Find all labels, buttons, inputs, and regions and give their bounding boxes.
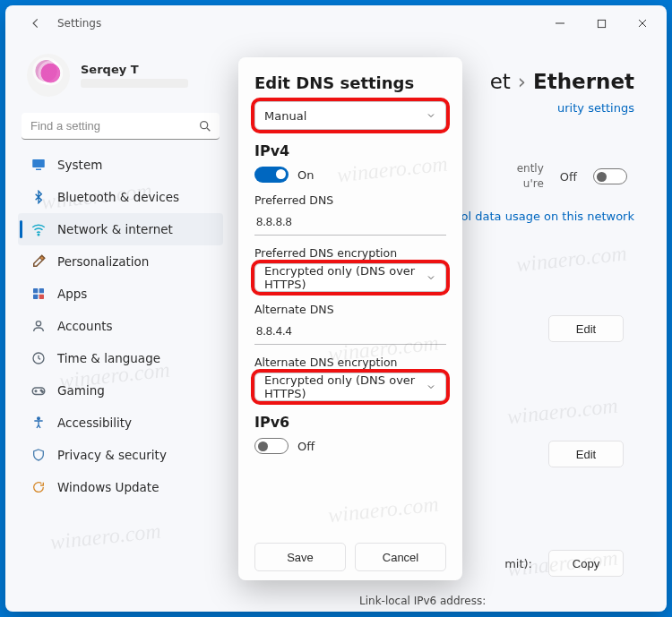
copy-button[interactable]: Copy [548,550,624,577]
ipv4-state: On [297,168,314,182]
maximize-button[interactable] [581,10,622,37]
svg-point-1 [201,122,208,129]
ipv6-state: Off [297,440,314,453]
breadcrumb-prev[interactable]: et [490,70,511,93]
sidebar-item-network[interactable]: Network & internet [18,213,223,245]
sidebar-item-label: Gaming [57,383,105,398]
maximize-icon [597,19,607,29]
nav: System Bluetooth & devices Network & int… [18,149,223,503]
sidebar-item-time-language[interactable]: Time & language [18,342,223,374]
cancel-button[interactable]: Cancel [355,543,446,571]
system-icon [30,157,47,173]
sidebar-item-label: Apps [57,287,87,301]
svg-rect-7 [33,295,38,299]
data-usage-link[interactable]: trol data usage on this network [452,210,634,223]
person-icon [30,318,47,334]
svg-rect-3 [36,169,41,171]
ipv4-toggle[interactable] [254,167,289,183]
sidebar-item-label: Time & language [57,351,160,365]
ipv6-address-label: Link-local IPv6 address: [359,595,634,607]
clock-icon [30,350,47,366]
preferred-dns-input[interactable] [254,209,446,236]
sidebar-item-windows-update[interactable]: Windows Update [18,471,223,503]
ipv6-heading: IPv6 [254,414,446,431]
sidebar: Serqey T System Bluetooth & devices [5,41,234,612]
svg-point-14 [38,417,40,420]
ipv6-toggle[interactable] [254,438,289,454]
chevron-right-icon: › [518,70,526,93]
back-button[interactable] [23,11,48,36]
metered-toggle[interactable] [593,168,627,184]
metered-desc-line1: ently [517,161,544,176]
ip-assignment-edit-button[interactable]: Edit [548,315,624,342]
titlebar: Settings [5,5,667,41]
bluetooth-icon [30,189,47,205]
sidebar-item-label: Windows Update [57,480,159,494]
gamepad-icon [30,382,47,398]
breadcrumb-current: Ethernet [533,70,634,93]
minimize-icon [555,18,565,29]
alternate-dns-input[interactable] [254,318,446,345]
profile-name: Serqey T [81,63,188,76]
profile-email [81,79,188,88]
search-wrap [22,113,220,140]
alternate-dns-encryption-label: Alternate DNS encryption [254,356,446,369]
dialog-title: Edit DNS settings [254,73,446,92]
sidebar-item-accessibility[interactable]: Accessibility [18,407,223,439]
preferred-dns-encryption-select[interactable]: Encrypted only (DNS over HTTPS) [254,263,446,292]
alternate-dns-encryption-value: Encrypted only (DNS over HTTPS) [264,373,426,400]
sidebar-item-system[interactable]: System [18,149,223,181]
svg-rect-2 [32,159,45,167]
dns-mode-value: Manual [264,109,306,123]
ipv4-heading: IPv4 [254,142,446,159]
ipv6-address-value: fe80::941f:b7d0:4b64:c394%5 [359,611,634,612]
sidebar-item-personalization[interactable]: Personalization [18,245,223,278]
svg-rect-8 [39,295,44,299]
profile-block[interactable]: Serqey T [18,47,223,109]
svg-point-9 [36,321,40,326]
svg-rect-6 [39,288,44,293]
sidebar-item-accounts[interactable]: Accounts [18,310,223,342]
save-button[interactable]: Save [254,543,346,571]
sidebar-item-label: Network & internet [57,222,173,236]
link-speed-label-fragment: mit): [504,557,532,570]
chevron-down-icon [426,272,436,283]
accessibility-icon [30,415,47,431]
sidebar-item-gaming[interactable]: Gaming [18,374,223,407]
sidebar-item-label: System [57,158,102,172]
search-input[interactable] [22,113,220,140]
edit-dns-dialog: Edit DNS settings Manual IPv4 On Preferr… [238,57,462,580]
dns-assignment-edit-button[interactable]: Edit [548,441,624,467]
close-icon [637,18,648,29]
apps-icon [30,286,47,302]
minimize-button[interactable] [539,10,581,37]
sidebar-item-label: Accessibility [57,416,132,430]
chevron-down-icon [426,110,436,121]
svg-point-4 [38,234,39,236]
chevron-down-icon [426,381,436,392]
svg-rect-5 [33,288,38,293]
security-settings-link[interactable]: urity settings [557,101,634,115]
alternate-dns-encryption-select[interactable]: Encrypted only (DNS over HTTPS) [254,373,446,401]
sidebar-item-bluetooth[interactable]: Bluetooth & devices [18,181,223,213]
window-title: Settings [57,17,101,30]
sidebar-item-label: Accounts [57,319,113,333]
svg-point-13 [42,391,44,393]
alternate-dns-label: Alternate DNS [254,303,446,316]
svg-rect-0 [598,20,605,27]
arrow-left-icon [30,17,42,30]
sidebar-item-label: Privacy & security [57,448,167,462]
sidebar-item-privacy[interactable]: Privacy & security [18,439,223,471]
metered-desc-line2: u're [517,176,544,192]
update-icon [30,479,47,495]
settings-window: Settings Serqey T [5,5,667,612]
sidebar-item-apps[interactable]: Apps [18,278,223,310]
preferred-dns-label: Preferred DNS [254,193,446,207]
close-button[interactable] [622,10,663,37]
wifi-icon [30,221,47,237]
dns-mode-select[interactable]: Manual [254,101,446,130]
preferred-dns-encryption-value: Encrypted only (DNS over HTTPS) [264,264,426,291]
avatar [27,54,70,97]
metered-state: Off [560,170,577,184]
sidebar-item-label: Personalization [57,254,149,269]
